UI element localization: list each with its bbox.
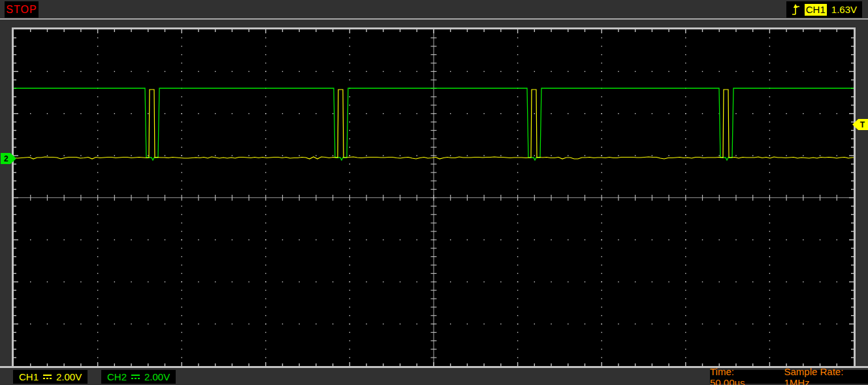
waveform-display-panel — [12, 27, 856, 368]
trigger-level-marker-label: T — [860, 120, 865, 129]
ch2-scale-value: 2.00V — [144, 371, 170, 382]
timebase-readout-box: Time: 50.00us Sample Rate: 1MHz — [710, 370, 868, 384]
ch1-scale-value: 2.00V — [56, 371, 82, 382]
ch2-label: CH2 — [107, 371, 127, 382]
dc-coupling-icon — [43, 374, 52, 380]
oscilloscope-window: STOP CH1 1.63V 2 T CH1 2.00V CH2 2.00V T… — [0, 0, 868, 385]
sample-rate-value: Sample Rate: 1MHz — [784, 366, 861, 385]
trigger-level-value: 1.63V — [831, 4, 857, 15]
rising-edge-trigger-icon — [792, 3, 800, 16]
waveform-display — [14, 29, 854, 366]
acquisition-status-label: STOP — [6, 4, 37, 16]
trigger-readout-box: CH1 1.63V — [786, 1, 862, 18]
ch2-zero-marker-label: 2 — [4, 154, 8, 163]
ch1-label: CH1 — [19, 371, 39, 382]
ch1-info-box[interactable]: CH1 2.00V — [13, 370, 88, 384]
dc-coupling-icon — [131, 374, 140, 380]
separator — [0, 18, 868, 20]
trigger-source-chip: CH1 — [805, 4, 827, 16]
acquisition-status-box: STOP — [5, 1, 39, 18]
ch2-info-box[interactable]: CH2 2.00V — [101, 370, 176, 384]
timebase-value: Time: 50.00us — [710, 366, 764, 385]
